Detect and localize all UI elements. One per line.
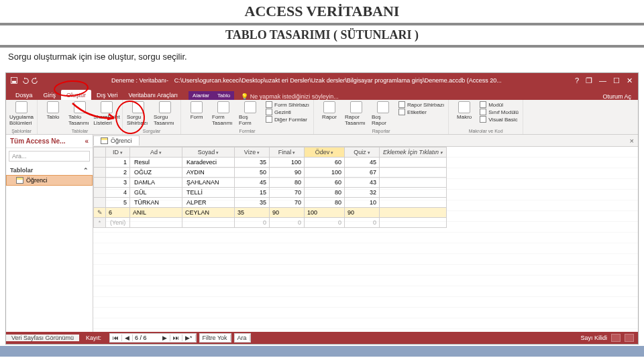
tell-me-search[interactable]: 💡 Ne yapmak istediğinizi söyleyin... (241, 93, 339, 100)
svg-rect-1 (12, 81, 16, 83)
tab-home[interactable]: Giriş (38, 90, 62, 100)
row-selector[interactable]: ✎ (94, 208, 106, 218)
table-design-button[interactable]: Tablo Tasarımı (68, 101, 91, 128)
prev-record-icon[interactable]: ◀ (122, 335, 133, 341)
cell: Karadeveci (182, 158, 235, 168)
redo-icon[interactable] (32, 76, 40, 84)
next-record-icon[interactable]: ▶ (160, 335, 170, 341)
cell: 90 (270, 208, 305, 218)
more-forms-button[interactable]: Diğer Formlar (266, 116, 309, 123)
tab-context-table[interactable]: Tablo (213, 91, 234, 100)
sign-in-link[interactable]: Oturum Aç (602, 93, 638, 100)
table-icon (101, 137, 108, 144)
row-selector[interactable] (94, 158, 106, 168)
tab-context-fields[interactable]: Alanlar (189, 91, 213, 100)
row-selector[interactable] (94, 188, 106, 198)
row-selector[interactable] (94, 198, 106, 208)
visual-basic-button[interactable]: Visual Basic (480, 116, 519, 123)
form-button[interactable]: Form (185, 101, 208, 128)
new-record-icon[interactable]: ▶* (182, 335, 196, 341)
select-all-cell[interactable] (94, 147, 106, 158)
nav-group-tables[interactable]: Tablolar ⌃ (6, 164, 93, 175)
table-icon (16, 177, 23, 184)
nav-item-ogrenci[interactable]: Öğrenci (6, 175, 93, 186)
new-table-button[interactable]: Tablo (42, 101, 64, 128)
cell: 35 (235, 198, 270, 208)
undo-icon[interactable] (21, 76, 29, 84)
column-header[interactable]: Ad▾ (130, 147, 182, 158)
minimize-icon[interactable]: — (599, 76, 606, 85)
nav-search-input[interactable]: Ara... (9, 151, 90, 162)
cell: 35 (235, 208, 270, 218)
save-icon[interactable] (10, 76, 18, 84)
help-icon[interactable]: ? (575, 76, 579, 85)
app-parts-button[interactable]: Uygulama Bölümleri (10, 101, 33, 128)
filter-indicator[interactable]: Filtre Yok (199, 333, 231, 343)
sharepoint-lists-button[interactable]: SharePoint Listeleri (95, 101, 118, 128)
row-selector[interactable] (94, 168, 106, 178)
cell: 5 (106, 198, 130, 208)
cell: 67 (345, 168, 380, 178)
doc-tab-close-icon[interactable]: × (626, 137, 638, 145)
nav-pane-collapse-icon[interactable]: « (85, 137, 89, 145)
blank-form-button[interactable]: Boş Form (239, 101, 262, 128)
datasheet-view-icon[interactable] (611, 334, 621, 342)
table-row[interactable]: 5 TÜRKAN ALPER 35 70 80 10 (94, 198, 447, 208)
cell: 70 (270, 198, 305, 208)
record-position-input[interactable] (133, 335, 160, 341)
last-record-icon[interactable]: ⏭ (170, 335, 182, 341)
navigation-forms-button[interactable]: Gezinti (266, 109, 309, 115)
macro-button[interactable]: Makro (453, 101, 476, 128)
tab-create[interactable]: Oluştur (61, 90, 91, 100)
column-header[interactable]: Ödev▾ (305, 147, 345, 158)
labels-button[interactable]: Etiketler (398, 109, 444, 115)
cell: 15 (235, 188, 270, 198)
record-navigator[interactable]: ⏮ ◀ ▶ ⏭ ▶* (109, 333, 197, 343)
divider (0, 23, 644, 25)
report-wizard-button[interactable]: Rapor Sihirbazı (398, 101, 444, 108)
tab-file[interactable]: Dosya (10, 90, 38, 100)
column-header[interactable]: Vize▾ (235, 147, 270, 158)
cell: 35 (235, 158, 270, 168)
query-design-button[interactable]: Sorgu Tasarımı (154, 101, 176, 128)
maximize-icon[interactable]: ☐ (613, 76, 620, 85)
class-module-button[interactable]: Sınıf Modülü (480, 109, 519, 115)
first-record-icon[interactable]: ⏮ (110, 335, 122, 341)
datasheet[interactable]: ID▾Ad▾Soyad▾Vize▾Final▾Ödev▾Quiz▾Eklemek… (93, 147, 638, 332)
module-button[interactable]: Modül (480, 101, 519, 108)
cell: 80 (305, 198, 345, 208)
table-row[interactable]: 2 OĞUZ AYDIN 50 90 100 67 (94, 168, 447, 178)
cell: ŞAHLANAN (182, 178, 235, 188)
slide-caption: Sorgu oluşturmak için ise oluştur, sorgu… (0, 49, 644, 64)
row-selector[interactable] (94, 178, 106, 188)
record-label: Kayıt: (79, 335, 108, 341)
doc-tab-ogrenci[interactable]: Öğrenci (93, 135, 140, 145)
add-column[interactable]: Eklemek İçin Tıklatın▾ (380, 147, 447, 158)
column-header[interactable]: Final▾ (270, 147, 305, 158)
report-design-button[interactable]: Rapor Tasarımı (345, 101, 368, 128)
tab-external-data[interactable]: Dış Veri (91, 90, 123, 100)
column-header[interactable]: Soyad▾ (182, 147, 235, 158)
cell: 100 (305, 208, 345, 218)
app-title: Deneme : Veritabanı- (111, 77, 172, 84)
cell: 10 (345, 198, 380, 208)
new-row[interactable]: * (Yeni) 0000 (94, 218, 447, 228)
form-design-button[interactable]: Form Tasarımı (212, 101, 235, 128)
window-restore-icon[interactable]: ❐ (586, 76, 592, 85)
query-wizard-button[interactable]: Sorgu Sihirbazı (127, 101, 150, 128)
table-row[interactable]: 1 Resul Karadeveci 35 100 60 45 (94, 158, 447, 168)
table-row[interactable]: ✎ 6 ANIL CEYLAN 35 90 100 90 (94, 208, 447, 218)
nav-pane-title[interactable]: Tüm Access Ne... (10, 137, 65, 145)
report-button[interactable]: Rapor (318, 101, 341, 128)
table-row[interactable]: 3 DAMLA ŞAHLANAN 45 80 60 43 (94, 178, 447, 188)
form-wizard-button[interactable]: Form Sihirbazı (266, 101, 309, 108)
column-header[interactable]: ID▾ (106, 147, 130, 158)
table-row[interactable]: 4 GÜL TELLİ 15 70 80 32 (94, 188, 447, 198)
column-header[interactable]: Quiz▾ (345, 147, 380, 158)
cell: 70 (270, 188, 305, 198)
search-box[interactable]: Ara (234, 333, 251, 343)
design-view-icon[interactable] (625, 334, 634, 342)
blank-report-button[interactable]: Boş Rapor (372, 101, 394, 128)
tab-database-tools[interactable]: Veritabanı Araçları (123, 90, 184, 100)
close-icon[interactable]: ✕ (627, 76, 633, 85)
